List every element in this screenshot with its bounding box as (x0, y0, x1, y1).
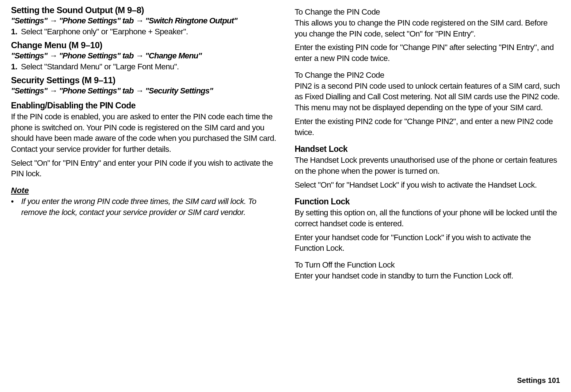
page-footer: Settings 101 (517, 376, 560, 385)
change-menu-nav: "Settings" → "Phone Settings" tab → "Cha… (11, 51, 277, 61)
turn-off-function-lock-para1: Enter your handset code in standby to tu… (295, 270, 560, 281)
change-pin-heading: To Change the PIN Code (295, 7, 560, 17)
handset-lock-para2: Select "On" for "Handset Lock" if you wi… (295, 180, 560, 191)
function-lock-heading: Function Lock (295, 197, 560, 207)
step-text: Select "Standard Menu" or "Large Font Me… (21, 62, 179, 71)
pin-enable-subheading: Enabling/Disabling the PIN Code (11, 101, 277, 111)
function-lock-para2: Enter your handset code for "Function Lo… (295, 232, 560, 254)
step-text: Select "Earphone only" or "Earphone + Sp… (21, 27, 188, 36)
pin-enable-para1: If the PIN code is enabled, you are aske… (11, 111, 277, 155)
change-pin2-heading: To Change the PIN2 Code (295, 70, 560, 80)
change-pin-para1: This allows you to change the PIN code r… (295, 18, 560, 39)
handset-lock-para1: The Handset Lock prevents unauthorised u… (295, 155, 560, 176)
step-number: 1. (11, 27, 17, 36)
note-bullet: • (11, 196, 14, 207)
turn-off-function-lock-heading: To Turn Off the Function Lock (295, 260, 560, 270)
change-menu-step1: 1.Select "Standard Menu" or "Large Font … (11, 62, 277, 72)
change-menu-heading: Change Menu (M 9–10) (11, 40, 277, 50)
right-column: To Change the PIN Code This allows you t… (295, 4, 560, 388)
note-label: Note (11, 186, 277, 195)
function-lock-para1: By setting this option on, all the funct… (295, 207, 560, 229)
pin-enable-para2: Select "On" for "PIN Entry" and enter yo… (11, 158, 277, 179)
sound-output-heading: Setting the Sound Output (M 9–8) (11, 5, 277, 15)
sound-output-step1: 1.Select "Earphone only" or "Earphone + … (11, 27, 277, 36)
left-column: Setting the Sound Output (M 9–8) "Settin… (11, 4, 277, 388)
note-item: • If you enter the wrong PIN code three … (21, 196, 277, 218)
change-pin2-para2: Enter the existing PIN2 code for "Change… (295, 116, 560, 138)
handset-lock-heading: Handset Lock (295, 144, 560, 154)
change-pin-para2: Enter the existing PIN code for "Change … (295, 42, 560, 64)
step-number: 1. (11, 62, 17, 71)
sound-output-nav: "Settings" → "Phone Settings" tab → "Swi… (11, 16, 277, 26)
note-text: If you enter the wrong PIN code three ti… (21, 197, 256, 217)
security-settings-heading: Security Settings (M 9–11) (11, 75, 277, 85)
change-pin2-para1: PIN2 is a second PIN code used to unlock… (295, 81, 560, 113)
security-settings-nav: "Settings" → "Phone Settings" tab → "Sec… (11, 86, 277, 96)
